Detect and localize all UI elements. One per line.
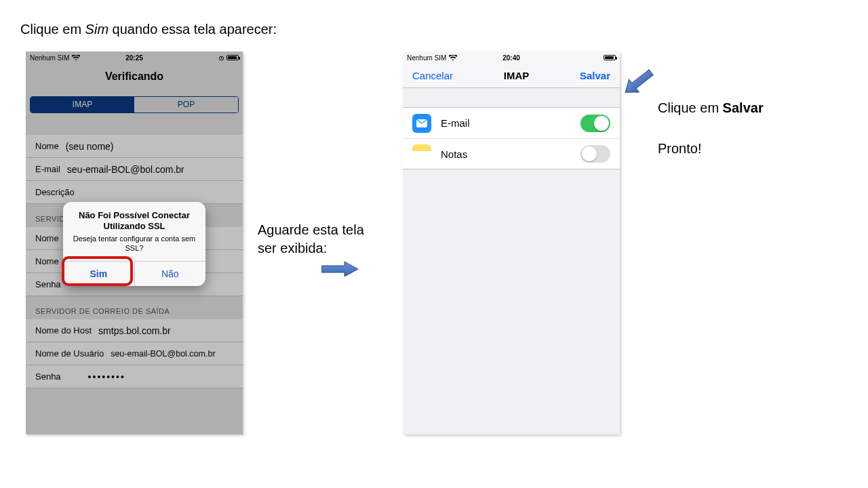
field-label: E-mail	[35, 164, 60, 174]
highlight-box	[62, 256, 133, 286]
screenshot-imap-save: Nenhum SIM 20:40 Cancelar IMAP Salvar E-…	[403, 52, 620, 434]
field-label: Descrição	[35, 187, 75, 197]
wifi-icon	[449, 55, 457, 61]
field-label: Nome do Host	[35, 325, 92, 336]
mail-icon	[412, 114, 431, 133]
segment-imap[interactable]: IMAP	[31, 97, 134, 113]
notes-icon	[412, 144, 431, 163]
field-value: ••••••••	[88, 371, 233, 382]
field-value: seu-email-BOL@bol.com.br	[111, 349, 233, 359]
text: Aguarde esta tela	[258, 221, 364, 239]
field-value: (seu nome)	[66, 141, 233, 152]
clock-text: 20:25	[125, 54, 143, 62]
account-info-section: Nome (seu nome) E-mail seu-email-BOL@bol…	[26, 135, 243, 204]
field-nome[interactable]: Nome (seu nome)	[26, 135, 243, 158]
dialog-no-button[interactable]: Não	[135, 262, 206, 286]
svg-marker-1	[620, 68, 655, 99]
field-value: smtps.bol.com.br	[98, 325, 233, 336]
text: Clique em	[20, 22, 85, 37]
page-title: IMAP	[504, 70, 530, 81]
cancel-button[interactable]: Cancelar	[412, 70, 453, 81]
text: ser exibida:	[258, 239, 364, 258]
carrier-text: Nenhum SIM	[407, 54, 446, 62]
field-value: seu-email-BOL@bol.com.br	[67, 164, 233, 175]
battery-icon	[226, 55, 239, 60]
service-label: Notas	[441, 148, 467, 160]
dialog-title: Não Foi Possível Conectar Utilizando SSL	[63, 202, 205, 234]
alarm-icon	[218, 55, 224, 61]
field-label: Nome	[35, 141, 59, 151]
arrow-right-icon	[321, 262, 358, 277]
text: quando essa tela aparecer:	[113, 22, 277, 37]
page-title: Verificando	[26, 64, 243, 96]
field-label: Nome de Usuário	[35, 348, 104, 359]
save-button[interactable]: Salvar	[580, 70, 610, 81]
field-label: Senha	[35, 279, 61, 289]
battery-icon	[604, 55, 616, 60]
section-header-out: SERVIDOR DE CORREIO DE SAÍDA	[26, 296, 243, 319]
service-label: E-mail	[441, 117, 470, 129]
svg-marker-0	[321, 262, 358, 277]
field-out-host[interactable]: Nome do Host smtps.bol.com.br	[26, 319, 243, 342]
field-descricao[interactable]: Descrição	[26, 181, 243, 204]
field-out-senha[interactable]: Senha ••••••••	[26, 365, 243, 388]
field-out-user[interactable]: Nome de Usuário seu-email-BOL@bol.com.br	[26, 342, 243, 365]
segmented-control[interactable]: IMAP POP	[30, 96, 239, 113]
arrow-diagonal-icon	[617, 68, 655, 100]
instruction-top: Clique em Sim quando essa tela aparecer:	[20, 22, 277, 37]
services-list: E-mail Notas	[403, 107, 620, 169]
clock-text: 20:40	[502, 54, 520, 62]
instruction-right-1: Clique em Salvar	[658, 100, 764, 116]
field-label: Senha	[35, 371, 61, 382]
carrier-text: Nenhum SIM	[30, 54, 69, 62]
outgoing-section: Nome do Host smtps.bol.com.br Nome de Us…	[26, 319, 243, 388]
text-italic: Sim	[85, 22, 113, 37]
field-label: Nome	[35, 256, 59, 266]
status-bar: Nenhum SIM 20:40	[403, 52, 620, 64]
instruction-right-2: Pronto!	[658, 141, 701, 157]
notes-toggle[interactable]	[580, 145, 610, 163]
mail-toggle[interactable]	[580, 115, 610, 132]
service-row-mail: E-mail	[403, 108, 620, 138]
segment-pop[interactable]: POP	[134, 97, 238, 113]
field-label: Nome	[35, 233, 59, 243]
status-bar: Nenhum SIM 20:25	[26, 52, 243, 64]
instruction-middle: Aguarde esta tela ser exibida:	[258, 221, 364, 258]
field-email[interactable]: E-mail seu-email-BOL@bol.com.br	[26, 158, 243, 181]
service-row-notes: Notas	[403, 138, 620, 169]
screenshot-verificando: Nenhum SIM 20:25 Verificando IMAP POP No…	[26, 52, 243, 434]
wifi-icon	[72, 55, 80, 61]
text-bold: Salvar	[723, 100, 764, 115]
text: Clique em	[658, 100, 723, 115]
nav-bar: Cancelar IMAP Salvar	[403, 64, 620, 88]
